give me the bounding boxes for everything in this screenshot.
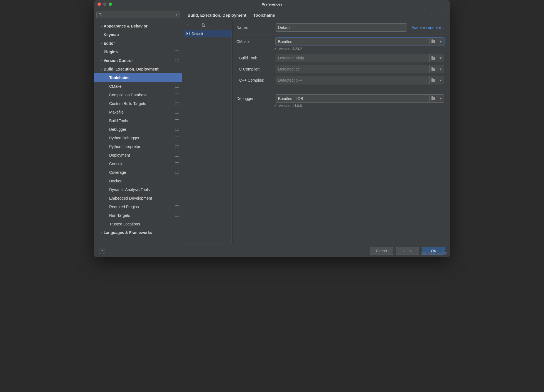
cpp-compiler-dropdown-button[interactable] — [437, 76, 444, 84]
search-icon — [98, 13, 102, 17]
cmake-browse-button[interactable] — [429, 37, 437, 46]
debugger-dropdown-button[interactable] — [437, 94, 444, 103]
tree-item-python-interpreter[interactable]: Python Interpreter — [94, 142, 182, 151]
tree-item-label: Run Targets — [109, 213, 173, 218]
toolchains-toolbar — [183, 21, 232, 29]
tree-item-debugger[interactable]: ›Debugger — [94, 125, 182, 134]
minimize-window-button[interactable] — [103, 2, 106, 6]
tree-item-languages-frameworks[interactable]: ›Languages & Frameworks — [94, 228, 182, 237]
maximize-window-button[interactable] — [109, 2, 112, 6]
tree-item-editor[interactable]: ›Editor — [94, 39, 182, 47]
tree-item-dynamic-analysis-tools[interactable]: ›Dynamic Analysis Tools — [94, 185, 182, 194]
build-tool-label: Build Tool: — [236, 56, 274, 60]
chevron-right-icon: › — [99, 231, 104, 234]
close-window-button[interactable] — [98, 2, 101, 6]
tree-item-label: Custom Build Targets — [109, 101, 173, 106]
tree-item-docker[interactable]: ›Docker — [94, 177, 182, 185]
toolchains-list: Default — [184, 30, 232, 243]
build-tool-dropdown-button[interactable] — [437, 54, 444, 62]
cpp-compiler-label: C++ Compiler: — [236, 78, 274, 82]
add-environment-link[interactable]: Add environment ⌄ — [411, 25, 444, 30]
chevron-right-icon: › — [105, 119, 109, 122]
cmake-dropdown-button[interactable] — [437, 37, 444, 46]
titlebar: Preferences — [94, 0, 450, 8]
project-scope-icon — [175, 171, 179, 174]
debugger-browse-button[interactable] — [429, 94, 437, 103]
toolchain-item-label: Default — [192, 32, 203, 36]
tree-item-console[interactable]: ›Console — [94, 159, 182, 168]
tree-item-build-execution-deployment[interactable]: ⌄Build, Execution, Deployment — [94, 65, 182, 73]
tree-item-label: Embedded Development — [109, 196, 179, 200]
tree-item-makefile[interactable]: Makefile — [94, 108, 182, 116]
tree-item-keymap[interactable]: Keymap — [94, 30, 182, 39]
tree-item-build-tools[interactable]: ›Build Tools — [94, 116, 182, 125]
project-scope-icon — [175, 128, 179, 131]
tree-item-custom-build-targets[interactable]: Custom Build Targets — [94, 99, 182, 108]
help-button[interactable]: ? — [99, 248, 105, 254]
copy-toolchain-button[interactable] — [201, 22, 206, 27]
tree-item-version-control[interactable]: ›Version Control — [94, 56, 182, 65]
tree-item-embedded-development[interactable]: ›Embedded Development — [94, 194, 182, 202]
tree-item-deployment[interactable]: ›Deployment — [94, 151, 182, 159]
settings-search-input[interactable] — [104, 12, 174, 17]
tree-item-label: Toolchains — [109, 76, 179, 80]
name-label: Name: — [236, 25, 274, 30]
cpp-compiler-combo[interactable]: Detected: c++ — [276, 76, 444, 84]
chevron-right-icon: › — [105, 188, 109, 191]
tree-item-compilation-database[interactable]: Compilation Database — [94, 91, 182, 99]
check-icon: ✓ — [274, 47, 277, 51]
tree-item-label: Python Interpreter — [109, 144, 173, 149]
remove-toolchain-button[interactable] — [193, 22, 198, 27]
project-scope-icon — [175, 119, 179, 122]
tree-item-trusted-locations[interactable]: Trusted Locations — [94, 220, 182, 228]
debugger-combo[interactable]: Bundled LLDB — [276, 94, 444, 103]
tree-item-python-debugger[interactable]: Python Debugger — [94, 134, 182, 142]
tree-item-label: Keymap — [104, 32, 179, 37]
toolchain-item-default[interactable]: Default — [184, 30, 231, 37]
chevron-right-icon: › — [105, 76, 109, 79]
add-toolchain-button[interactable] — [185, 22, 190, 27]
c-compiler-dropdown-button[interactable] — [437, 65, 444, 73]
folder-icon — [431, 79, 435, 82]
check-icon: ✓ — [274, 104, 277, 108]
tree-item-cmake[interactable]: CMake — [94, 82, 182, 91]
breadcrumb-parent[interactable]: Build, Execution, Deployment — [188, 13, 246, 17]
tree-item-appearance-behavior[interactable]: ›Appearance & Behavior — [94, 22, 182, 30]
cpp-compiler-browse-button[interactable] — [429, 76, 437, 84]
chevron-right-icon: › — [105, 154, 109, 157]
tree-item-label: Plugins — [104, 50, 173, 54]
tree-item-coverage[interactable]: Coverage — [94, 168, 182, 177]
settings-content: Build, Execution, Deployment › Toolchain… — [182, 8, 450, 244]
build-tool-browse-button[interactable] — [429, 54, 437, 62]
caret-down-icon: ▾ — [176, 13, 178, 17]
tree-item-toolchains[interactable]: ›Toolchains — [94, 73, 182, 82]
tree-item-run-targets[interactable]: Run Targets — [94, 211, 182, 220]
tree-item-label: Trusted Locations — [109, 222, 179, 226]
folder-icon — [431, 97, 435, 100]
cmake-combo[interactable]: Bundled — [276, 37, 444, 46]
tree-item-plugins[interactable]: Plugins — [94, 47, 182, 56]
c-compiler-combo[interactable]: Detected: cc — [276, 65, 444, 73]
debugger-label: Debugger: — [236, 96, 274, 101]
toolchain-icon — [186, 32, 189, 35]
settings-tree: ›Appearance & BehaviorKeymap›EditorPlugi… — [94, 21, 182, 244]
c-compiler-browse-button[interactable] — [429, 65, 437, 73]
tree-item-required-plugins[interactable]: Required Plugins — [94, 202, 182, 211]
divider — [236, 34, 444, 34]
tree-item-label: Editor — [104, 41, 179, 46]
tree-item-label: Required Plugins — [109, 205, 173, 209]
tree-item-label: Debugger — [109, 127, 173, 132]
tree-item-label: Appearance & Behavior — [104, 24, 179, 28]
chevron-right-icon: › — [249, 13, 251, 17]
window-controls — [98, 2, 112, 6]
cancel-button[interactable]: Cancel — [370, 247, 393, 255]
name-input[interactable]: Default — [276, 23, 407, 32]
settings-search[interactable]: ▾ — [96, 11, 179, 18]
tree-item-label: Python Debugger — [109, 136, 173, 140]
back-button[interactable]: ← — [430, 12, 435, 18]
project-scope-icon — [175, 214, 179, 217]
toolchain-form: Name: Default Add environment ⌄ CMake: — [233, 21, 444, 244]
build-tool-combo[interactable]: Detected: ninja — [276, 54, 444, 62]
chevron-down-icon: ⌄ — [99, 67, 104, 71]
ok-button[interactable]: OK — [422, 247, 445, 255]
